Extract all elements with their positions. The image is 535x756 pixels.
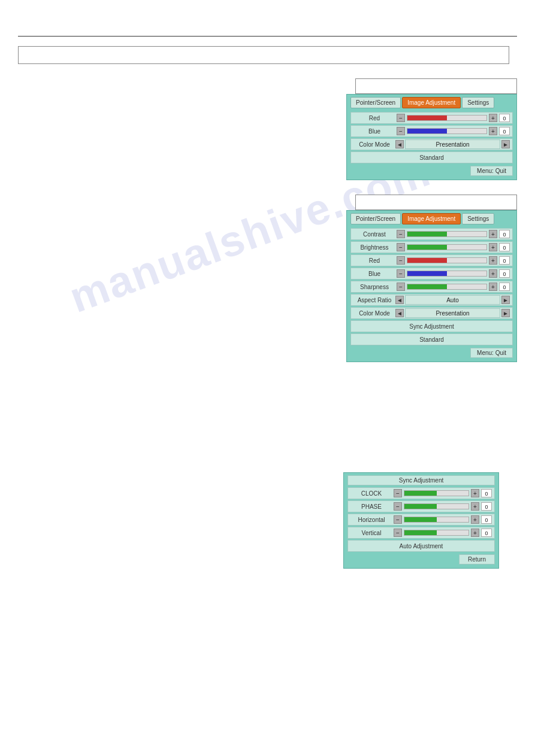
panel2-sync-adjustment[interactable]: Sync Adjustment <box>350 320 513 332</box>
phase-plus[interactable]: + <box>471 502 479 511</box>
red-minus-1[interactable]: − <box>397 114 405 122</box>
sharpness-plus[interactable]: + <box>489 283 497 291</box>
panel1-red-row: Red − + 0 <box>350 112 513 124</box>
color-mode-label-1: Color Mode <box>353 141 395 148</box>
panel2-input-box[interactable] <box>355 195 517 210</box>
contrast-slider[interactable] <box>407 231 487 237</box>
panel1-input-box[interactable] <box>355 78 517 94</box>
top-input-box[interactable] <box>18 46 509 64</box>
aspect-ratio-value: Auto <box>405 295 500 305</box>
blue-slider-fill-1 <box>407 129 447 133</box>
horizontal-slider[interactable] <box>404 517 469 523</box>
blue-slider-1[interactable] <box>407 128 487 134</box>
red-slider-fill-2 <box>407 258 447 263</box>
panel1-color-mode-row: Color Mode ◄ Presentation ► <box>350 138 513 150</box>
phase-minus[interactable]: − <box>394 502 402 511</box>
panel1-menu-quit-btn[interactable]: Menu: Quit <box>470 166 513 176</box>
horizontal-value: 0 <box>481 515 492 524</box>
contrast-label: Contrast <box>353 231 395 238</box>
tab-image-adjustment-1[interactable]: Image Adjustment <box>402 97 461 108</box>
panel2: Pointer/Screen Image Adjustment Settings… <box>346 210 517 362</box>
aspect-ratio-left-arrow[interactable]: ◄ <box>395 296 404 304</box>
vertical-plus[interactable]: + <box>471 529 479 537</box>
panel2-brightness-row: Brightness − + 0 <box>350 241 513 253</box>
horizontal-plus[interactable]: + <box>471 515 479 524</box>
sync-clock-row: CLOCK − + 0 <box>347 487 495 499</box>
red-value-2: 0 <box>499 256 510 265</box>
clock-minus[interactable]: − <box>394 489 402 497</box>
color-mode-left-arrow-1[interactable]: ◄ <box>395 140 404 148</box>
red-label-1: Red <box>353 115 395 122</box>
clock-slider[interactable] <box>404 490 469 496</box>
clock-slider-fill <box>404 491 437 496</box>
phase-value: 0 <box>481 502 492 511</box>
panel1-tab-bar: Pointer/Screen Image Adjustment Settings <box>350 97 513 108</box>
brightness-slider-fill <box>407 245 447 250</box>
aspect-ratio-right-arrow[interactable]: ► <box>501 296 510 304</box>
phase-slider[interactable] <box>404 503 469 509</box>
tab-settings-2[interactable]: Settings <box>462 213 494 224</box>
contrast-plus[interactable]: + <box>489 230 497 238</box>
sync-auto-adjustment[interactable]: Auto Adjustment <box>347 540 495 552</box>
blue-label-2: Blue <box>353 271 395 277</box>
red-slider-1[interactable] <box>407 115 487 121</box>
panel2-standard-footer[interactable]: Standard <box>350 333 513 345</box>
tab-image-adjustment-2[interactable]: Image Adjustment <box>402 213 461 224</box>
blue-plus-2[interactable]: + <box>489 269 497 278</box>
contrast-slider-fill <box>407 232 447 236</box>
vertical-slider-fill <box>404 530 437 535</box>
brightness-minus[interactable]: − <box>397 243 405 251</box>
panel2-tab-bar: Pointer/Screen Image Adjustment Settings <box>350 213 513 224</box>
blue-slider-2[interactable] <box>407 271 487 277</box>
tab-settings-1[interactable]: Settings <box>462 97 494 108</box>
panel2-menu-quit-btn[interactable]: Menu: Quit <box>470 348 513 358</box>
color-mode-right-arrow-2[interactable]: ► <box>501 309 510 317</box>
brightness-plus[interactable]: + <box>489 243 497 251</box>
vertical-minus[interactable]: − <box>394 529 402 537</box>
horizontal-minus[interactable]: − <box>394 515 402 524</box>
contrast-minus[interactable]: − <box>397 230 405 238</box>
color-mode-value-1: Presentation <box>405 139 500 149</box>
sharpness-minus[interactable]: − <box>397 283 405 291</box>
tab-pointer-screen-2[interactable]: Pointer/Screen <box>350 213 401 224</box>
red-plus-2[interactable]: + <box>489 256 497 265</box>
panel2-color-mode-row: Color Mode ◄ Presentation ► <box>350 307 513 319</box>
clock-value: 0 <box>481 489 492 497</box>
blue-plus-1[interactable]: + <box>489 127 497 135</box>
brightness-slider[interactable] <box>407 244 487 250</box>
vertical-slider[interactable] <box>404 530 469 536</box>
contrast-value: 0 <box>499 230 510 238</box>
sharpness-slider[interactable] <box>407 284 487 290</box>
aspect-ratio-label: Aspect Ratio <box>353 297 395 303</box>
horizontal-slider-fill <box>404 517 437 522</box>
panel1: Pointer/Screen Image Adjustment Settings… <box>346 94 517 180</box>
clock-label: CLOCK <box>350 490 392 497</box>
sharpness-value: 0 <box>499 283 510 291</box>
color-mode-label-2: Color Mode <box>353 310 395 317</box>
panel2-menu-quit-bar: Menu: Quit <box>350 348 513 358</box>
color-mode-right-arrow-1[interactable]: ► <box>501 140 510 148</box>
horizontal-label: Horizontal <box>350 517 392 523</box>
red-minus-2[interactable]: − <box>397 256 405 265</box>
blue-minus-2[interactable]: − <box>397 269 405 278</box>
red-slider-2[interactable] <box>407 257 487 263</box>
vertical-value: 0 <box>481 529 492 537</box>
clock-plus[interactable]: + <box>471 489 479 497</box>
panel1-standard-footer[interactable]: Standard <box>350 151 513 163</box>
sharpness-slider-fill <box>407 284 447 289</box>
brightness-value: 0 <box>499 243 510 251</box>
sync-phase-row: PHASE − + 0 <box>347 500 495 512</box>
phase-slider-fill <box>404 504 437 509</box>
sync-horizontal-row: Horizontal − + 0 <box>347 514 495 526</box>
panel2-contrast-row: Contrast − + 0 <box>350 228 513 240</box>
color-mode-left-arrow-2[interactable]: ◄ <box>395 309 404 317</box>
panel2-sharpness-row: Sharpness − + 0 <box>350 281 513 293</box>
sync-return-btn[interactable]: Return <box>459 554 495 564</box>
sync-vertical-row: Vertical − + 0 <box>347 527 495 539</box>
sync-return-bar: Return <box>347 554 495 564</box>
tab-pointer-screen-1[interactable]: Pointer/Screen <box>350 97 401 108</box>
brightness-label: Brightness <box>353 244 395 251</box>
vertical-label: Vertical <box>350 530 392 536</box>
blue-minus-1[interactable]: − <box>397 127 405 135</box>
red-plus-1[interactable]: + <box>489 114 497 122</box>
